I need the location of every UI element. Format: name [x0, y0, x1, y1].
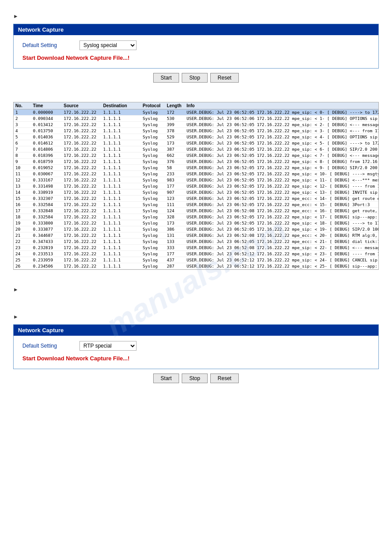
- cell-col-info: USER.DEBUG: Jul 23 06:52:08 172.16.222.2…: [185, 208, 378, 213]
- cell-col-dest: 1.1.1.1: [101, 116, 141, 121]
- col-header-protocol: Protocol: [141, 103, 165, 108]
- cell-col-no: 9: [14, 159, 31, 164]
- cell-col-time: 0.344687: [31, 233, 62, 238]
- packet-table-header: No. Time Source Destination Protocol Len…: [14, 102, 378, 109]
- capture-link-2[interactable]: Start Download Network Capture File...!: [22, 355, 370, 362]
- cell-col-dest: 1.1.1.1: [101, 214, 141, 219]
- cell-col-info: USER.DEBUG: Jul 23 06:52:05 172.16.222.2…: [185, 214, 378, 219]
- cell-col-dest: 1.1.1.1: [101, 159, 141, 164]
- arrow-icon-2[interactable]: ►: [13, 287, 18, 293]
- cell-col-info: USER.DEBUG: Jul 23 06:52:05 172.16.222.2…: [185, 110, 378, 115]
- cell-col-no: 10: [14, 165, 31, 170]
- cell-col-dest: 1.1.1.1: [101, 128, 141, 133]
- cell-col-source: 172.16.222.22: [62, 122, 101, 127]
- table-row[interactable]: 140.338919172.16.222.221.1.1.1Syslog907U…: [14, 189, 378, 196]
- cell-col-time: 0.000000: [31, 110, 62, 115]
- cell-col-len: 437: [165, 258, 185, 262]
- stop-button-2[interactable]: Stop: [182, 374, 208, 383]
- table-row[interactable]: 190.333800172.16.222.221.1.1.1Syslog173U…: [14, 220, 378, 226]
- table-row[interactable]: 220.347433172.16.222.221.1.1.1Syslog133U…: [14, 239, 378, 245]
- arrow-icon-3[interactable]: ►: [13, 314, 18, 320]
- table-row[interactable]: 160.332584172.16.222.221.1.1.1Syslog111U…: [14, 202, 378, 208]
- table-row[interactable]: 30.013412172.16.222.221.1.1.1Syslog399US…: [14, 122, 378, 128]
- page-wrapper: ► Network Capture Default Setting Syslog…: [0, 0, 392, 399]
- cell-col-source: 172.16.222.22: [62, 245, 101, 250]
- cell-col-no: 23: [14, 245, 31, 250]
- capture-label-2: Default Setting: [22, 343, 79, 349]
- capture-select-2[interactable]: Syslog special RTP special All: [79, 341, 137, 351]
- table-row[interactable]: 180.332584172.16.222.221.1.1.1Syslog328U…: [14, 214, 378, 220]
- cell-col-info: USER.DEBUG: Jul 23 06:52:05 172.16.222.2…: [185, 227, 378, 232]
- table-row[interactable]: 230.232819172.16.222.221.1.1.1Syslog333U…: [14, 245, 378, 251]
- cell-col-len: 173: [165, 221, 185, 225]
- stop-button-1[interactable]: Stop: [182, 73, 208, 83]
- cell-col-len: 177: [165, 251, 185, 256]
- arrow-row-1[interactable]: ►: [13, 13, 379, 19]
- table-row[interactable]: 170.332848172.16.222.221.1.1.1Syslog124U…: [14, 208, 378, 214]
- cell-col-no: 17: [14, 208, 31, 213]
- cell-col-proto: Syslog: [141, 184, 165, 189]
- cell-col-source: 172.16.222.22: [62, 134, 101, 139]
- cell-col-source: 172.16.222.22: [62, 153, 101, 158]
- table-row[interactable]: 60.014612172.16.222.221.1.1.1Syslog173US…: [14, 140, 378, 146]
- cell-col-proto: Syslog: [141, 165, 165, 170]
- arrow-row-3[interactable]: ►: [13, 314, 379, 320]
- table-row[interactable]: 110.030067172.16.222.221.1.1.1Syslog233U…: [14, 171, 378, 177]
- cell-col-time: 0.333800: [31, 221, 62, 225]
- cell-col-proto: Syslog: [141, 141, 165, 145]
- cell-col-len: 287: [165, 264, 185, 268]
- cell-col-time: 0.338919: [31, 190, 62, 195]
- table-row[interactable]: 250.233959172.16.222.221.1.1.1Syslog437U…: [14, 257, 378, 263]
- table-row[interactable]: 130.331498172.16.222.221.1.1.1Syslog177U…: [14, 183, 378, 189]
- table-row[interactable]: 120.333167172.16.222.221.1.1.1Syslog983U…: [14, 177, 378, 183]
- start-button-2[interactable]: Start: [153, 374, 179, 383]
- cell-col-dest: 1.1.1.1: [101, 141, 141, 145]
- cell-col-proto: Syslog: [141, 178, 165, 182]
- table-row[interactable]: 100.019052172.16.222.221.1.1.1Syslog58US…: [14, 165, 378, 171]
- table-row[interactable]: 200.333877172.16.222.221.1.1.1Syslog386U…: [14, 226, 378, 232]
- cell-col-len: 328: [165, 214, 185, 219]
- table-row[interactable]: 260.234506172.16.222.221.1.1.1Syslog287U…: [14, 263, 378, 269]
- table-row[interactable]: 50.014036172.16.222.221.1.1.1Syslog529US…: [14, 134, 378, 140]
- table-row[interactable]: 210.344687172.16.222.221.1.1.1Syslog131U…: [14, 232, 378, 239]
- cell-col-source: 172.16.222.22: [62, 159, 101, 164]
- table-row[interactable]: 40.013750172.16.222.221.1.1.1Syslog378US…: [14, 128, 378, 134]
- cell-col-dest: 1.1.1.1: [101, 233, 141, 238]
- table-row[interactable]: 240.233513172.16.222.221.1.1.1Syslog177U…: [14, 251, 378, 257]
- gap-2: [13, 273, 379, 282]
- cell-col-len: 387: [165, 147, 185, 152]
- buttons-row-2: Start Stop Reset: [13, 374, 379, 383]
- cell-col-proto: Syslog: [141, 153, 165, 158]
- cell-col-source: 172.16.222.22: [62, 221, 101, 225]
- cell-col-source: 172.16.222.22: [62, 141, 101, 145]
- table-row[interactable]: 90.018759172.16.222.221.1.1.1Syslog376US…: [14, 159, 378, 165]
- reset-button-2[interactable]: Reset: [210, 374, 239, 383]
- cell-col-time: 0.014806: [31, 147, 62, 152]
- capture-select-1[interactable]: Syslog special RTP special All: [79, 40, 137, 50]
- table-row[interactable]: 10.000000172.16.222.221.1.1.1Syslog172US…: [14, 109, 378, 116]
- cell-col-info: USER.DEBUG: Jul 23 06:52:05 172.16.222.2…: [185, 184, 378, 189]
- cell-col-info: USER.DEBUG: Jul 23 06:52:05 172.16.222.2…: [185, 190, 378, 195]
- start-button-1[interactable]: Start: [153, 73, 179, 83]
- table-row[interactable]: 150.332307172.16.222.221.1.1.1Syslog123U…: [14, 196, 378, 202]
- table-row[interactable]: 70.014806172.16.222.221.1.1.1Syslog387US…: [14, 146, 378, 152]
- cell-col-info: USER.DEBUG: Jul 23 06:52:05 172.16.222.2…: [185, 178, 378, 182]
- cell-col-info: USER.DEBUG: Jul 23 06:52:05 172.16.222.2…: [185, 196, 378, 201]
- cell-col-proto: Syslog: [141, 202, 165, 207]
- arrow-icon-1[interactable]: ►: [13, 13, 18, 19]
- table-row[interactable]: 80.018396172.16.222.221.1.1.1Syslog662US…: [14, 152, 378, 159]
- cell-col-time: 0.019052: [31, 165, 62, 170]
- cell-col-dest: 1.1.1.1: [101, 251, 141, 256]
- cell-col-proto: Syslog: [141, 239, 165, 244]
- arrow-row-2[interactable]: ►: [13, 287, 379, 293]
- cell-col-source: 172.16.222.22: [62, 110, 101, 115]
- table-row[interactable]: 20.090344172.16.222.221.1.1.1Syslog530US…: [14, 116, 378, 122]
- cell-col-len: 111: [165, 202, 185, 207]
- cell-col-time: 0.018396: [31, 153, 62, 158]
- cell-col-len: 133: [165, 239, 185, 244]
- cell-col-len: 124: [165, 208, 185, 213]
- reset-button-1[interactable]: Reset: [210, 73, 239, 83]
- capture-link-1[interactable]: Start Download Network Capture File...!: [22, 54, 370, 61]
- cell-col-dest: 1.1.1.1: [101, 239, 141, 244]
- capture-row-1: Default Setting Syslog special RTP speci…: [22, 40, 370, 50]
